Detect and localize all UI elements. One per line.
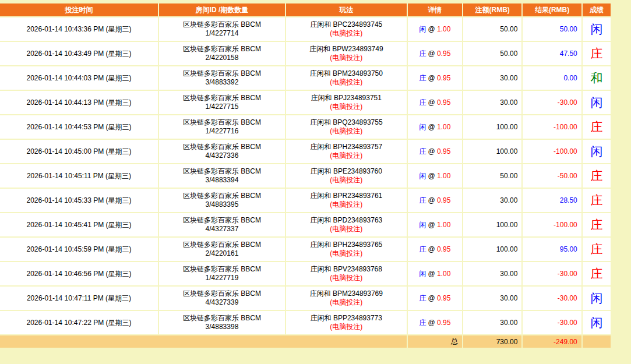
- outcome-cell: 闲: [583, 140, 611, 163]
- outcome-cell: 闲: [583, 287, 611, 310]
- column-header-detail: 详情: [408, 3, 462, 16]
- at-separator: @: [428, 25, 435, 33]
- result-cell: -100.00: [523, 140, 581, 163]
- outcome-cell: 庄: [583, 238, 611, 261]
- detail-cell: 闲 @ 1.00: [408, 262, 462, 285]
- at-separator: @: [428, 319, 435, 327]
- detail-cell: 闲 @ 1.00: [408, 115, 462, 139]
- room-period: 4/4327339: [161, 298, 283, 307]
- pick-label: 闲: [419, 172, 426, 180]
- room-name: 区块链多彩百家乐 BBCM: [161, 69, 283, 78]
- at-separator: @: [428, 270, 435, 278]
- table-row: 2026-01-14 10:44:13 PM (星期三) 区块链多彩百家乐 BB…: [0, 91, 611, 114]
- result-cell: 95.00: [523, 238, 581, 261]
- pick-label: 庄: [419, 98, 426, 107]
- pick-label: 闲: [419, 25, 426, 33]
- pick-label: 闲: [419, 270, 426, 278]
- room-cell: 区块链多彩百家乐 BBCM 2/4220158: [159, 42, 285, 65]
- play-name: 庄闲和 BPD234893763: [288, 216, 404, 225]
- outcome-cell: 庄: [583, 115, 611, 139]
- room-name: 区块链多彩百家乐 BBCM: [161, 20, 283, 29]
- play-cell: 庄闲和 BPJ234893751 (电脑投注): [286, 91, 407, 114]
- bet-time-cell: 2026-01-14 10:44:03 PM (星期三): [0, 66, 158, 90]
- table-row: 2026-01-14 10:45:33 PM (星期三) 区块链多彩百家乐 BB…: [0, 189, 611, 212]
- play-channel: (电脑投注): [288, 127, 404, 136]
- footer-spacer-cell: [0, 335, 407, 348]
- column-header-room-id: 房间ID /期数数量: [159, 3, 285, 16]
- room-cell: 区块链多彩百家乐 BBCM 3/4883392: [159, 66, 285, 90]
- bet-time-cell: 2026-01-14 10:43:49 PM (星期三): [0, 42, 158, 65]
- play-name: 庄闲和 BPQ234893755: [288, 118, 404, 127]
- footer-total-result: -249.00: [523, 335, 581, 348]
- room-name: 区块链多彩百家乐 BBCM: [161, 167, 283, 176]
- room-period: 3/4883398: [161, 323, 283, 331]
- room-name: 区块链多彩百家乐 BBCM: [161, 314, 283, 323]
- table-row: 2026-01-14 10:46:56 PM (星期三) 区块链多彩百家乐 BB…: [0, 262, 611, 285]
- play-name: 庄闲和 BPH234893757: [288, 143, 404, 151]
- bet-time-cell: 2026-01-14 10:45:59 PM (星期三): [0, 238, 158, 261]
- outcome-cell: 庄: [583, 262, 611, 285]
- footer-total-amount: 730.00: [463, 335, 521, 348]
- detail-cell: 闲 @ 1.00: [408, 17, 462, 41]
- play-channel: (电脑投注): [288, 103, 404, 111]
- detail-cell: 庄 @ 0.95: [408, 91, 462, 114]
- play-channel: (电脑投注): [288, 29, 404, 38]
- detail-cell: 庄 @ 0.95: [408, 140, 462, 163]
- outcome-cell: 庄: [583, 42, 611, 65]
- result-cell: -30.00: [523, 311, 581, 334]
- play-channel: (电脑投注): [288, 225, 404, 234]
- result-cell: 50.00: [523, 17, 581, 41]
- room-period: 3/4883394: [161, 176, 283, 185]
- play-channel: (电脑投注): [288, 78, 404, 87]
- detail-cell: 庄 @ 0.95: [408, 311, 462, 334]
- bet-time-cell: 2026-01-14 10:44:53 PM (星期三): [0, 115, 158, 139]
- pick-label: 闲: [419, 123, 426, 131]
- amount-cell: 30.00: [463, 311, 521, 334]
- play-channel: (电脑投注): [288, 323, 404, 331]
- bet-time-cell: 2026-01-14 10:47:11 PM (星期三): [0, 287, 158, 310]
- bet-time-cell: 2026-01-14 10:43:36 PM (星期三): [0, 17, 158, 41]
- room-period: 4/4327337: [161, 225, 283, 234]
- pick-label: 庄: [419, 319, 426, 327]
- play-cell: 庄闲和 BPM234893750 (电脑投注): [286, 66, 407, 90]
- column-header-play-type: 玩法: [286, 3, 407, 16]
- odds-value: 0.95: [437, 50, 450, 58]
- play-channel: (电脑投注): [288, 54, 404, 62]
- amount-cell: 100.00: [463, 238, 521, 261]
- amount-cell: 50.00: [463, 164, 521, 188]
- play-channel: (电脑投注): [288, 176, 404, 185]
- result-cell: -50.00: [523, 164, 581, 188]
- play-channel: (电脑投注): [288, 200, 404, 209]
- bet-time-cell: 2026-01-14 10:46:56 PM (星期三): [0, 262, 158, 285]
- odds-value: 1.00: [437, 172, 450, 180]
- result-cell: 47.50: [523, 42, 581, 65]
- room-cell: 区块链多彩百家乐 BBCM 2/4220161: [159, 238, 285, 261]
- table-row: 2026-01-14 10:47:11 PM (星期三) 区块链多彩百家乐 BB…: [0, 287, 611, 310]
- odds-value: 0.95: [437, 98, 450, 107]
- odds-value: 1.00: [437, 123, 450, 131]
- column-header-result: 结果(RMB): [523, 3, 581, 16]
- pick-label: 闲: [419, 221, 426, 229]
- table-row: 2026-01-14 10:44:03 PM (星期三) 区块链多彩百家乐 BB…: [0, 66, 611, 90]
- room-cell: 区块链多彩百家乐 BBCM 1/4227716: [159, 115, 285, 139]
- pick-label: 庄: [419, 50, 426, 58]
- pick-label: 庄: [419, 147, 426, 156]
- room-period: 2/4220161: [161, 249, 283, 258]
- play-cell: 庄闲和 BPV234893768 (电脑投注): [286, 262, 407, 285]
- play-name: 庄闲和 BPM234893769: [288, 289, 404, 298]
- totals-row: 总 730.00 -249.00: [0, 335, 611, 348]
- detail-cell: 闲 @ 1.00: [408, 213, 462, 236]
- result-cell: -30.00: [523, 262, 581, 285]
- amount-cell: 30.00: [463, 262, 521, 285]
- detail-cell: 闲 @ 1.00: [408, 164, 462, 188]
- detail-cell: 庄 @ 0.95: [408, 66, 462, 90]
- play-name: 庄闲和 BPC234893745: [288, 20, 404, 29]
- pick-label: 庄: [419, 196, 426, 204]
- room-cell: 区块链多彩百家乐 BBCM 1/4227719: [159, 262, 285, 285]
- odds-value: 0.95: [437, 74, 450, 82]
- room-name: 区块链多彩百家乐 BBCM: [161, 289, 283, 298]
- room-name: 区块链多彩百家乐 BBCM: [161, 192, 283, 200]
- play-cell: 庄闲和 BPE234893760 (电脑投注): [286, 164, 407, 188]
- play-channel: (电脑投注): [288, 249, 404, 258]
- play-cell: 庄闲和 BPH234893757 (电脑投注): [286, 140, 407, 163]
